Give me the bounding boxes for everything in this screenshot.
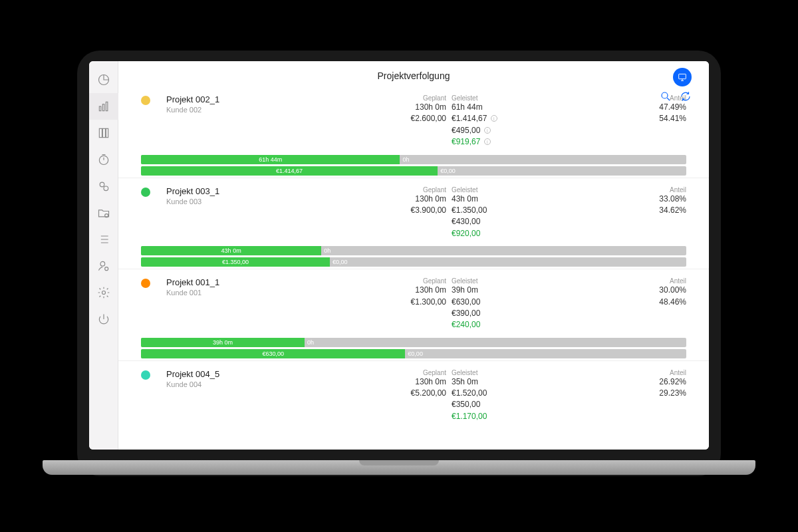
refresh-icon — [680, 90, 692, 102]
col-done-head: Geleistet — [452, 369, 593, 376]
sidebar-item-archive[interactable] — [89, 120, 118, 146]
sidebar-item-bar-chart[interactable] — [89, 93, 118, 120]
progress-bars: 43h 0m 0h €1.350,00 €0,00 — [141, 246, 686, 267]
sidebar-item-settings[interactable] — [89, 279, 118, 306]
time-bar-fill: 61h 44m — [141, 155, 400, 164]
svg-point-7 — [99, 156, 108, 164]
refresh-button[interactable] — [680, 90, 692, 105]
status-dot — [141, 188, 150, 197]
done-time: 61h 44m — [452, 102, 593, 113]
share-cost: 48.46% — [593, 297, 686, 308]
billed: €390,00 — [452, 308, 593, 319]
svg-point-9 — [104, 186, 108, 191]
svg-rect-3 — [106, 102, 108, 110]
done-cost: €1.414,67 i — [452, 113, 593, 124]
col-share-head: Anteil — [593, 277, 686, 285]
svg-point-13 — [102, 291, 105, 295]
sidebar-item-power[interactable] — [89, 306, 118, 332]
info-icon[interactable]: i — [484, 127, 491, 134]
cost-bar-rest: €0,00 — [405, 349, 423, 358]
svg-point-12 — [104, 267, 108, 271]
svg-rect-2 — [102, 104, 104, 111]
gear-icon — [97, 286, 110, 299]
share-cost: 34.62% — [593, 205, 686, 216]
sidebar — [89, 61, 118, 450]
status-dot — [141, 96, 150, 105]
col-planned-head: Geplant — [299, 277, 446, 285]
share-time: 30.00% — [593, 285, 686, 296]
planned-time: 130h 0m — [299, 102, 446, 113]
stage: Projektverfolgung — [0, 0, 798, 532]
planned-cost: €2.600,00 — [299, 113, 446, 124]
project-name: Projekt 001_1 — [166, 277, 299, 287]
header-tools — [660, 68, 692, 105]
time-bar-rest: 0h — [321, 246, 331, 255]
col-done-head: Geleistet — [452, 94, 593, 102]
customer-name: Kunde 002 — [166, 106, 299, 114]
progress-bars: 39h 0m 0h €630,00 €0,00 — [141, 338, 686, 358]
time-bar-rest: 0h — [305, 338, 314, 347]
timer-icon — [97, 153, 110, 166]
time-bar-rest: 0h — [400, 155, 409, 164]
done-cost: €1.520,00 — [452, 388, 593, 399]
col-share-head: Anteil — [593, 186, 686, 194]
project-name: Projekt 003_1 — [166, 186, 299, 196]
sidebar-item-timer[interactable] — [89, 146, 118, 173]
laptop-frame: Projektverfolgung — [77, 51, 721, 476]
status-dot — [141, 370, 150, 380]
share-cost: 29.23% — [593, 388, 686, 399]
cost-bar: €1.350,00 €0,00 — [141, 257, 686, 267]
sidebar-item-folder-settings[interactable] — [89, 200, 118, 226]
status-dot — [141, 279, 150, 288]
customer-name: Kunde 004 — [166, 380, 299, 388]
sidebar-item-pie-chart[interactable] — [89, 66, 118, 93]
col-done-head: Geleistet — [452, 277, 593, 285]
sidebar-item-user-settings[interactable] — [89, 253, 118, 279]
time-bar-fill: 43h 0m — [141, 246, 321, 255]
col-planned-head: Geplant — [299, 94, 446, 102]
cost-bar: €630,00 €0,00 — [141, 349, 686, 358]
project-row[interactable]: Projekt 002_1 Kunde 002 Geplant 130h 0m … — [118, 86, 709, 176]
user-settings-icon — [97, 259, 110, 273]
cost-bar-fill: €1.350,00 — [141, 257, 330, 267]
time-bar: 43h 0m 0h — [141, 246, 686, 255]
sidebar-item-list[interactable] — [89, 226, 118, 253]
col-share-head: Anteil — [593, 369, 686, 376]
svg-point-11 — [100, 261, 105, 266]
planned-time: 130h 0m — [299, 285, 446, 296]
project-row[interactable]: Projekt 001_1 Kunde 001 Geplant 130h 0m … — [118, 269, 709, 358]
project-name: Projekt 004_5 — [166, 369, 299, 379]
svg-rect-4 — [99, 128, 102, 137]
header: Projektverfolgung — [118, 61, 709, 86]
billed: €350,00 — [452, 399, 593, 410]
pie-chart-icon — [97, 73, 110, 86]
remaining: €240,00 — [452, 319, 593, 331]
planned-cost: €3.900,00 — [299, 205, 446, 216]
project-name: Projekt 002_1 — [166, 94, 299, 104]
project-row[interactable]: Projekt 004_5 Kunde 004 Geplant 130h 0m … — [118, 360, 709, 423]
remaining: €1.170,00 — [452, 411, 593, 422]
share-cost: 54.41% — [593, 113, 686, 124]
display-mode-button[interactable] — [673, 68, 692, 86]
project-row[interactable]: Projekt 003_1 Kunde 003 Geplant 130h 0m … — [118, 178, 709, 267]
svg-point-8 — [100, 182, 104, 187]
search-icon — [660, 90, 672, 102]
svg-point-15 — [662, 92, 668, 98]
progress-bars: 61h 44m 0h €1.414,67 €0,00 — [141, 155, 686, 176]
time-bar: 61h 44m 0h — [141, 155, 686, 164]
search-button[interactable] — [660, 90, 672, 105]
info-icon[interactable]: i — [491, 115, 497, 122]
list-icon — [97, 233, 110, 246]
done-cost: €630,00 — [452, 297, 593, 308]
svg-rect-5 — [102, 128, 105, 137]
billed: €495,00 i — [452, 125, 593, 136]
done-time: 35h 0m — [452, 376, 593, 388]
info-icon[interactable]: i — [484, 138, 491, 145]
customer-name: Kunde 003 — [166, 198, 299, 205]
col-done-head: Geleistet — [452, 186, 593, 194]
col-planned-head: Geplant — [299, 369, 446, 376]
sidebar-item-gears[interactable] — [89, 173, 118, 200]
page-title: Projektverfolgung — [378, 70, 450, 81]
svg-rect-1 — [99, 106, 101, 111]
customer-name: Kunde 001 — [166, 289, 299, 297]
